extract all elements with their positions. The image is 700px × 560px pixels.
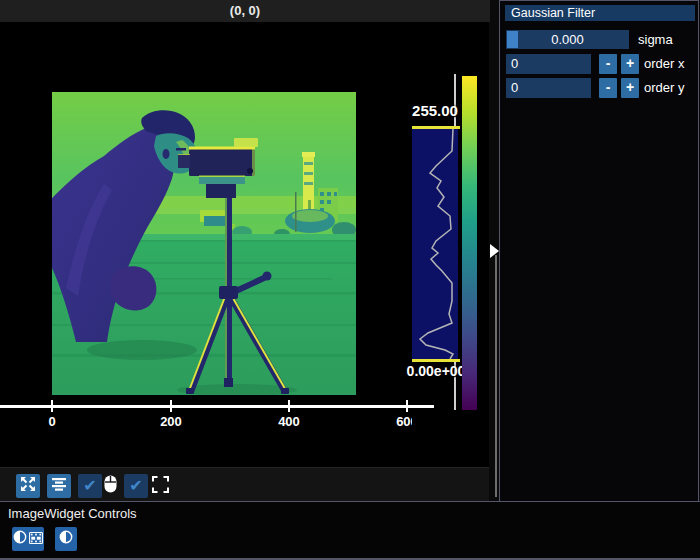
order-y-value: 0 [511,80,518,95]
checkmark-icon: ✔ [83,478,96,494]
pan-zoom-button[interactable] [16,474,40,498]
lut-lower-edge-handle[interactable] [412,359,460,362]
x-axis-labels: 0 200 400 600 [0,414,412,436]
order-x-value: 0 [511,56,518,71]
subplot-title: (0, 0) [0,0,490,22]
app-window: (0, 0) [0,0,700,560]
reset-vmin-vmax-frame-button[interactable] [12,527,44,551]
lut-max-label: 255.00 [402,102,468,119]
film-strip-icon [29,530,43,548]
x-axis-tick [170,400,172,412]
x-tick-label: 400 [259,414,319,429]
panel-collapse-arrow-icon[interactable] [490,244,499,258]
contrast-icon [59,530,73,548]
order-y-increment-button[interactable]: + [621,78,639,98]
order-x-decrement-button[interactable]: - [599,54,617,74]
reset-vmin-vmax-button[interactable] [55,527,77,551]
center-lines-icon [51,476,67,496]
gaussian-filter-panel: Gaussian Filter 0.000 sigma 0 - + order … [499,0,699,502]
sigma-slider-handle[interactable] [507,31,518,48]
maintain-aspect-checkbox[interactable]: ✔ [124,474,148,498]
order-y-input[interactable]: 0 [506,78,591,98]
plot-toolbar: ✔ ✔ [0,467,489,501]
footer-title: ImageWidget Controls [8,506,137,522]
x-tick-label: 200 [141,414,201,429]
panel-splitter[interactable] [495,255,497,497]
histogram-region[interactable] [412,129,458,359]
x-axis-tick [288,400,290,412]
x-axis-tick [406,400,408,412]
sigma-value: 0.000 [551,32,584,47]
mouse-icon [104,475,117,497]
fullscreen-corners-icon [152,476,169,497]
x-axis-tick [51,400,53,412]
plot-canvas[interactable]: 0 200 400 600 255.00 0.00e+00 [0,22,489,467]
controller-checkbox[interactable]: ✔ [78,474,102,498]
x-tick-label: 600 [377,414,412,429]
panel-header: Gaussian Filter [505,5,695,21]
order-x-input[interactable]: 0 [506,54,591,74]
arrows-expand-icon [20,476,36,496]
order-y-decrement-button[interactable]: - [599,78,617,98]
x-axis-line [0,405,434,408]
imagewidget-controls-section: ImageWidget Controls [0,502,700,558]
sigma-label: sigma [638,30,673,49]
order-x-label: order x [644,54,684,74]
cameraman-image[interactable] [52,92,356,395]
x-tick-label: 0 [22,414,82,429]
contrast-icon [13,530,27,548]
checkmark-icon: ✔ [129,478,142,494]
viridis-colorbar[interactable] [462,76,477,410]
auto-scale-button[interactable] [47,474,71,498]
sigma-slider[interactable]: 0.000 [506,30,629,49]
order-x-increment-button[interactable]: + [621,54,639,74]
order-y-label: order y [644,78,684,98]
